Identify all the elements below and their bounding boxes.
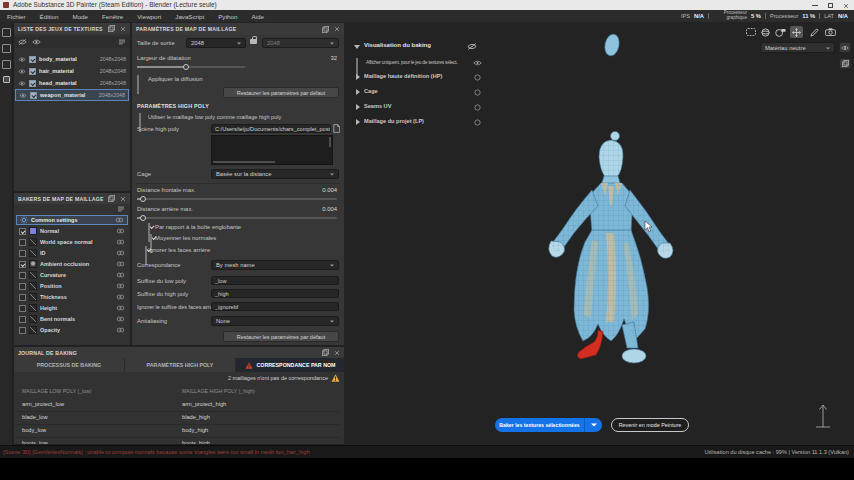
baker-row[interactable]: Normal [16, 226, 128, 236]
baker-checkbox[interactable] [19, 327, 26, 334]
table-row[interactable]: boots_low boots_high [14, 437, 340, 445]
antialiasing-dropdown[interactable]: None [211, 316, 339, 326]
chevron-down-icon[interactable] [354, 45, 360, 49]
tab-name-matching[interactable]: CORRESPONDANCE PAR NOM [236, 358, 345, 372]
tab-baking-process[interactable]: PROCESSUS DE BAKING [14, 358, 125, 372]
menu-javascript[interactable]: JavaScript [168, 13, 211, 20]
baker-checkbox[interactable] [19, 283, 26, 290]
viewport-material-dropdown[interactable]: Matériau neutre [760, 42, 835, 53]
restore-defaults-button[interactable]: Restaurer les paramètres par défaut [223, 87, 339, 98]
restore-defaults-button[interactable]: Restaurer les paramètres par défaut [223, 331, 339, 342]
menu-mode[interactable]: Mode [66, 13, 95, 20]
slider-knob[interactable] [183, 64, 189, 70]
float-panel-icon[interactable] [108, 25, 115, 32]
menu-python[interactable]: Python [211, 13, 244, 20]
float-panel-icon[interactable] [322, 26, 329, 33]
minimize-button[interactable] [810, 2, 820, 9]
bake-selected-textures-button[interactable]: Baker les textures sélectionnées [495, 418, 584, 432]
texture-set-checkbox[interactable] [29, 80, 36, 87]
marquee-select-tool[interactable] [744, 26, 757, 38]
tab-high-poly-params[interactable]: PARAMÈTRES HIGH POLY [125, 358, 236, 372]
baker-row[interactable]: Ambient occlusion [16, 259, 128, 269]
maximize-button[interactable] [825, 2, 835, 9]
output-size-dropdown[interactable]: 2048 [186, 38, 246, 48]
horizontal-scrollbar[interactable] [213, 161, 275, 163]
table-row[interactable]: body_low body_high [14, 424, 340, 438]
matching-dropdown[interactable]: By mesh name [211, 260, 339, 270]
baker-checkbox[interactable] [19, 250, 26, 257]
hp-scene-list-box[interactable] [211, 135, 333, 165]
chevron-right-icon[interactable] [356, 104, 360, 110]
eye-slash-icon[interactable] [467, 43, 477, 50]
menu-viewport[interactable]: Viewport [130, 13, 168, 20]
baker-row[interactable]: Height [16, 303, 128, 313]
texture-set-row[interactable]: hair_material 2048x2048 [15, 65, 129, 77]
chevron-right-icon[interactable] [356, 119, 360, 125]
chevron-right-icon[interactable] [356, 89, 360, 95]
close-button[interactable] [841, 2, 851, 9]
eye-icon[interactable] [18, 39, 27, 45]
link-icon[interactable] [116, 239, 125, 245]
baker-row[interactable]: World space normal [16, 237, 128, 247]
rear-distance-slider[interactable] [137, 217, 337, 219]
menu-fichier[interactable]: Fichier [0, 13, 33, 20]
dock-tool-icon-1[interactable] [2, 28, 11, 37]
dock-tool-icon-3[interactable] [2, 60, 11, 69]
table-row[interactable]: blade_low blade_high [14, 411, 340, 425]
link-icon[interactable] [115, 217, 124, 223]
menu-aide[interactable]: Aide [244, 13, 270, 20]
link-icon[interactable] [116, 228, 125, 234]
cage-dropdown[interactable]: Basée sur la distance [211, 169, 339, 179]
file-browse-icon[interactable] [333, 124, 340, 133]
baker-checkbox[interactable] [19, 261, 26, 268]
camera-tool[interactable] [824, 26, 837, 38]
link-icon[interactable] [116, 316, 125, 322]
baker-row[interactable]: ID [16, 248, 128, 258]
pencil-tool[interactable] [808, 26, 821, 38]
list-options-icon[interactable] [117, 206, 125, 212]
slider-knob[interactable] [140, 196, 146, 202]
texture-set-checkbox[interactable] [29, 56, 36, 63]
baker-row[interactable]: Bent normals [16, 314, 128, 324]
close-panel-icon[interactable] [120, 196, 126, 202]
texture-set-checkbox[interactable] [29, 68, 36, 75]
link-icon[interactable] [116, 250, 125, 256]
front-distance-slider[interactable] [137, 198, 337, 200]
baker-checkbox[interactable] [19, 272, 26, 279]
visibility-circle-icon[interactable] [474, 119, 481, 126]
baker-common-settings-row[interactable]: Common settings [16, 215, 128, 225]
texture-set-row[interactable]: head_material 2048x2048 [15, 77, 129, 89]
dilation-slider[interactable] [137, 66, 245, 68]
menu-edition[interactable]: Édition [33, 13, 66, 20]
lock-icon[interactable] [250, 39, 257, 44]
link-icon[interactable] [116, 283, 125, 289]
eye-icon[interactable] [18, 57, 26, 62]
close-panel-icon[interactable] [120, 26, 126, 32]
vertical-scrollbar[interactable] [329, 137, 331, 147]
menu-fenetre[interactable]: Fenêtre [95, 13, 130, 20]
backface-suffix-field[interactable]: _ignorebf [211, 302, 339, 311]
texture-set-row-selected[interactable]: weapon_material 2048x2048 [15, 89, 129, 101]
high-suffix-field[interactable]: _high [211, 289, 339, 298]
visibility-circle-icon[interactable] [474, 89, 481, 96]
eye-icon[interactable] [18, 81, 26, 86]
eye-icon[interactable] [19, 93, 27, 98]
texture-set-row[interactable]: body_material 2048x2048 [15, 53, 129, 65]
baker-checkbox[interactable] [19, 239, 26, 246]
character-model[interactable] [548, 30, 713, 385]
close-panel-icon[interactable] [334, 350, 340, 356]
baker-row[interactable]: Opacity [16, 325, 128, 335]
float-panel-icon[interactable] [108, 195, 115, 202]
viewport-side-button-2[interactable] [839, 58, 851, 69]
link-icon[interactable] [116, 294, 125, 300]
slider-knob[interactable] [140, 215, 146, 221]
list-options-icon[interactable] [118, 39, 126, 45]
return-paint-mode-button[interactable]: Revenir en mode Peinture [611, 418, 689, 432]
baker-row[interactable]: Curvature [16, 270, 128, 280]
visibility-circle-icon[interactable] [474, 104, 481, 111]
viewport-3d[interactable]: Visualisation du baking Afficher uniquem… [345, 22, 854, 445]
link-icon[interactable] [116, 261, 125, 267]
sphere-view-tool[interactable] [759, 26, 772, 38]
baker-checkbox[interactable] [19, 305, 26, 312]
viewport-side-button-1[interactable] [839, 42, 851, 53]
